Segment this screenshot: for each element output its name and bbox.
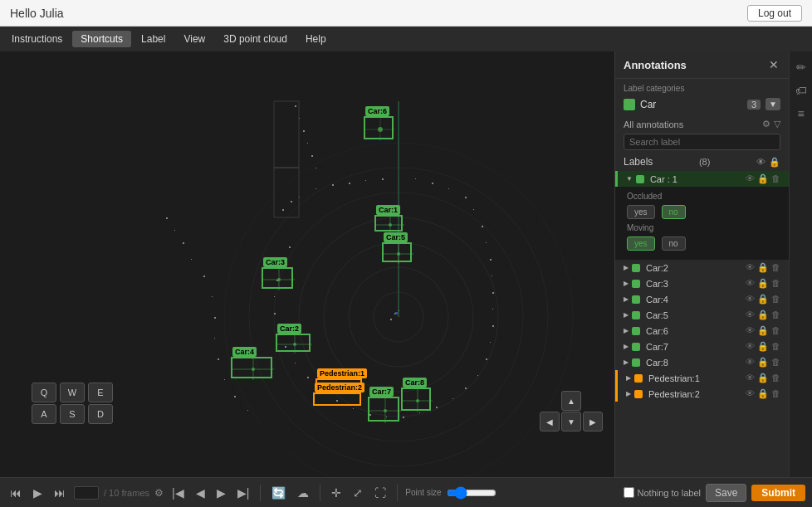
car3-delete-icon[interactable]: 🗑	[771, 278, 780, 289]
skip-forward-button[interactable]: ⏭	[51, 485, 69, 501]
annotation-car8[interactable]: Car:8	[401, 388, 431, 411]
nav-right-button[interactable]: ▶	[583, 412, 603, 431]
occluded-yes-button[interactable]: yes	[627, 205, 655, 219]
annotation-car7[interactable]: Car:7	[368, 397, 399, 422]
menu-instructions[interactable]: Instructions	[3, 31, 71, 47]
car1-eye-icon[interactable]: 👁	[746, 173, 755, 184]
key-a[interactable]: A	[32, 404, 56, 424]
car2-lock-icon[interactable]: 🔒	[757, 262, 769, 273]
car4-delete-icon[interactable]: 🗑	[771, 294, 780, 305]
label-item-car6[interactable]: ▶ Car:6 👁 🔒 🗑	[615, 323, 789, 339]
settings-icon[interactable]: ⚙	[154, 487, 164, 499]
timeline-end-button[interactable]: ▶|	[234, 485, 253, 501]
move-icon[interactable]: ✛	[328, 485, 345, 501]
label-item-pedestrian2[interactable]: ▶ Pedestrian:2 👁 🔒 🗑	[615, 386, 789, 402]
label-item-car2[interactable]: ▶ Car:2 👁 🔒 🗑	[615, 260, 789, 275]
logout-button[interactable]: Log out	[747, 5, 802, 22]
moving-no-button[interactable]: no	[662, 236, 686, 251]
occluded-no-button[interactable]: no	[662, 205, 686, 219]
menu-label[interactable]: Label	[133, 31, 174, 47]
car6-lock-icon[interactable]: 🔒	[757, 325, 769, 336]
car1-lock-icon[interactable]: 🔒	[757, 173, 769, 184]
ped2-delete-icon[interactable]: 🗑	[771, 388, 780, 399]
car8-delete-icon[interactable]: 🗑	[771, 357, 780, 368]
car4-lock-icon[interactable]: 🔒	[757, 294, 769, 305]
nav-up-button[interactable]: ▲	[561, 391, 581, 411]
resize-icon[interactable]: ⤢	[350, 485, 366, 501]
key-q[interactable]: Q	[32, 383, 56, 402]
car3-lock-icon[interactable]: 🔒	[757, 278, 769, 289]
ped2-lock-icon[interactable]: 🔒	[757, 388, 769, 399]
annotation-car6[interactable]: Car:6	[364, 116, 394, 139]
search-label-input[interactable]	[624, 134, 780, 150]
ped1-eye-icon[interactable]: 👁	[746, 373, 755, 383]
key-s[interactable]: S	[60, 404, 85, 424]
point-size-slider[interactable]	[447, 486, 496, 500]
ped1-lock-icon[interactable]: 🔒	[757, 373, 769, 383]
car1-delete-icon[interactable]: 🗑	[771, 173, 780, 184]
car5-eye-icon[interactable]: 👁	[746, 310, 755, 320]
menu-3d-point-cloud[interactable]: 3D point cloud	[215, 31, 296, 47]
close-sidebar-button[interactable]: ✕	[767, 58, 780, 71]
tag-icon[interactable]: 🏷	[793, 81, 810, 100]
annotation-car3[interactable]: Car:3	[262, 267, 293, 289]
label-item-car1[interactable]: ▼ Car : 1 👁 🔒 🗑	[615, 171, 789, 187]
label-item-pedestrian1[interactable]: ▶ Pedestrian:1 👁 🔒 🗑	[615, 370, 789, 386]
label-item-car8[interactable]: ▶ Car:8 👁 🔒 🗑	[615, 354, 789, 370]
car6-delete-icon[interactable]: 🗑	[771, 325, 780, 336]
car5-delete-icon[interactable]: 🗑	[771, 310, 780, 320]
lock-all-icon[interactable]: 🔒	[769, 157, 780, 168]
label-item-car4[interactable]: ▶ Car:4 👁 🔒 🗑	[615, 291, 789, 307]
nav-down-button[interactable]: ▼	[561, 412, 581, 431]
key-d[interactable]: D	[88, 404, 113, 424]
refresh-icon[interactable]: 🔄	[268, 485, 289, 501]
submit-button[interactable]: Submit	[751, 485, 805, 501]
car5-lock-icon[interactable]: 🔒	[757, 310, 769, 320]
car2-delete-icon[interactable]: 🗑	[771, 262, 780, 273]
annotation-car4[interactable]: Car:4	[231, 357, 272, 378]
car7-lock-icon[interactable]: 🔒	[757, 341, 769, 352]
annotation-car1[interactable]: Car:1	[374, 215, 403, 232]
list-icon[interactable]: ≡	[795, 105, 806, 123]
eye-all-icon[interactable]: 👁	[756, 157, 766, 168]
filter-icon[interactable]: ⚙	[762, 119, 770, 129]
skip-start-button[interactable]: ⏮	[7, 485, 25, 501]
category-row: Car 3 ▼	[615, 95, 789, 114]
label-item-car5[interactable]: ▶ Car:5 👁 🔒 🗑	[615, 307, 789, 323]
annotation-car2[interactable]: Car:2	[276, 334, 311, 352]
edit-icon[interactable]: ✏	[794, 58, 809, 76]
label-item-car3[interactable]: ▶ Car:3 👁 🔒 🗑	[615, 275, 789, 291]
save-button[interactable]: Save	[706, 484, 746, 502]
timeline-forward-button[interactable]: ▶	[213, 485, 229, 501]
ped2-eye-icon[interactable]: 👁	[746, 388, 755, 399]
category-dropdown-button[interactable]: ▼	[766, 98, 780, 110]
nav-left-button[interactable]: ◀	[540, 412, 560, 431]
menu-shortcuts[interactable]: Shortcuts	[72, 31, 131, 47]
fullscreen-icon[interactable]: ⛶	[371, 485, 389, 501]
car6-eye-icon[interactable]: 👁	[746, 325, 755, 336]
car3-eye-icon[interactable]: 👁	[746, 278, 755, 289]
car7-delete-icon[interactable]: 🗑	[771, 341, 780, 352]
menu-help[interactable]: Help	[297, 31, 335, 47]
menu-view[interactable]: View	[175, 31, 213, 47]
timeline-back-button[interactable]: ◀	[193, 485, 208, 501]
cloud-icon[interactable]: ☁	[294, 485, 312, 501]
frame-number-input[interactable]: 1	[74, 486, 99, 500]
car8-lock-icon[interactable]: 🔒	[757, 357, 769, 368]
key-e[interactable]: E	[88, 383, 113, 402]
play-button[interactable]: ▶	[30, 485, 46, 501]
annotation-pedestrian2[interactable]: Pedestrian:2	[313, 392, 361, 406]
car8-eye-icon[interactable]: 👁	[746, 357, 755, 368]
car4-eye-icon[interactable]: 👁	[746, 294, 755, 305]
key-w[interactable]: W	[60, 383, 85, 402]
ped1-delete-icon[interactable]: 🗑	[771, 373, 780, 383]
annotation-car5[interactable]: Car:5	[382, 242, 412, 262]
pointcloud-viewport[interactable]: Car:6 Car:1 Car:5 Car:3 Car:2 Car:4	[0, 51, 614, 477]
moving-yes-button[interactable]: yes	[627, 236, 655, 251]
label-item-car7[interactable]: ▶ Car:7 👁 🔒 🗑	[615, 339, 789, 354]
sort-icon[interactable]: ▽	[774, 119, 780, 129]
car7-eye-icon[interactable]: 👁	[746, 341, 755, 352]
car2-eye-icon[interactable]: 👁	[746, 262, 755, 273]
timeline-start-button[interactable]: |◀	[169, 485, 188, 501]
nothing-to-label-checkbox[interactable]	[624, 487, 634, 498]
